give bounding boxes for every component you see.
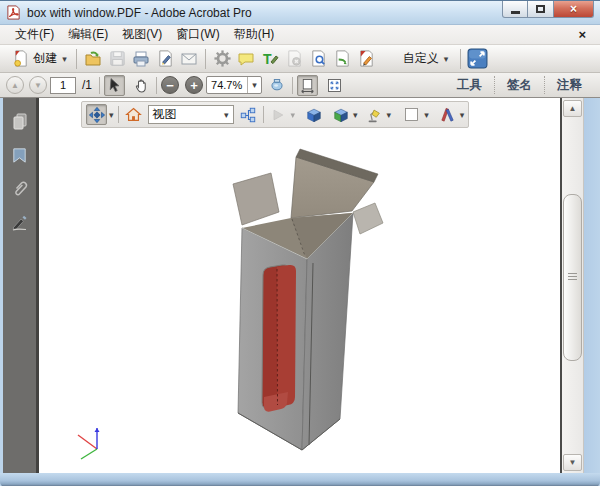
three-d-tool-button[interactable] xyxy=(267,75,288,96)
home-view-icon xyxy=(125,106,142,123)
hand-tool-icon xyxy=(133,77,150,94)
window-title: box with window.PDF - Adobe Acrobat Pro xyxy=(27,6,252,20)
zoom-in-icon: + xyxy=(190,79,198,92)
document-page[interactable]: ▾ 视图 ▾ xyxy=(39,98,560,473)
window-border-right xyxy=(584,98,600,473)
window-border-bottom xyxy=(0,473,600,486)
menubar-close-icon[interactable]: × xyxy=(572,27,592,42)
rotate-tool-button[interactable] xyxy=(86,104,107,125)
menu-edit[interactable]: 编辑(E) xyxy=(61,24,115,45)
sign-panel-button[interactable]: 签名 xyxy=(495,73,544,97)
main-area: ▾ 视图 ▾ xyxy=(0,98,600,473)
customize-label: 自定义 xyxy=(403,50,439,67)
select-tool-button[interactable] xyxy=(104,75,125,96)
page-total-label: /1 xyxy=(82,78,92,92)
acrobat-window: box with window.PDF - Adobe Acrobat Pro … xyxy=(0,0,600,486)
zoom-level-value: 74.7% xyxy=(211,79,242,91)
3d-box-model[interactable] xyxy=(39,98,558,473)
box-flap-left xyxy=(233,173,279,225)
vertical-scrollbar[interactable]: ▲ ▼ xyxy=(562,98,584,473)
export-file-button[interactable] xyxy=(330,47,354,71)
create-pdf-icon xyxy=(11,49,30,68)
three-d-tool-icon xyxy=(268,76,286,94)
next-page-button: ▼ xyxy=(29,76,47,94)
create-button[interactable]: 创建 ▾ xyxy=(6,47,72,71)
zoom-out-button[interactable]: − xyxy=(161,76,179,94)
scrollbar-grip xyxy=(568,273,577,281)
tools-panel-button[interactable]: 工具 xyxy=(445,73,494,97)
comment-panel-button[interactable]: 注释 xyxy=(545,73,594,97)
play-caret-icon: ▾ xyxy=(291,110,296,120)
render-mode-icon xyxy=(332,106,350,124)
edit-form-button[interactable] xyxy=(354,47,378,71)
settings-button[interactable] xyxy=(210,47,234,71)
fit-width-icon xyxy=(299,77,316,94)
background-caret-icon[interactable]: ▾ xyxy=(424,110,429,120)
separator xyxy=(156,77,157,94)
box-flap-right xyxy=(353,203,383,234)
model-tree-icon xyxy=(239,106,257,124)
zoom-in-button[interactable]: + xyxy=(185,76,203,94)
open-file-button[interactable] xyxy=(81,47,105,71)
bookmarks-button[interactable] xyxy=(8,142,32,168)
highlight-text-icon: T xyxy=(260,49,280,69)
maximize-button[interactable] xyxy=(528,1,554,18)
extra-lighting-button[interactable] xyxy=(364,104,385,125)
rotate-caret-icon[interactable]: ▾ xyxy=(109,110,114,120)
attachments-button[interactable] xyxy=(8,176,32,202)
model-tree-button[interactable] xyxy=(238,104,259,125)
scrollbar-thumb[interactable] xyxy=(563,194,582,361)
print-button[interactable] xyxy=(129,47,153,71)
expand-window-button[interactable] xyxy=(465,47,489,71)
comment-bubble-icon xyxy=(236,49,256,69)
views-select[interactable]: 视图 ▾ xyxy=(148,105,234,124)
fit-width-button[interactable] xyxy=(297,75,318,96)
render-mode-button[interactable] xyxy=(330,104,351,125)
navigation-sidebar xyxy=(3,98,39,473)
axis-triad xyxy=(78,428,100,459)
cross-section-caret-icon[interactable]: ▾ xyxy=(460,110,465,120)
zoom-level-select[interactable]: 74.7% ▾ xyxy=(206,76,262,94)
svg-text:T: T xyxy=(263,51,272,67)
render-mode-caret-icon[interactable]: ▾ xyxy=(353,110,358,120)
page-number-input[interactable]: 1 xyxy=(50,77,76,94)
add-comment-button[interactable] xyxy=(234,47,258,71)
projection-button[interactable] xyxy=(303,104,324,125)
edit-form-icon xyxy=(357,49,376,68)
menu-file[interactable]: 文件(F) xyxy=(8,24,61,45)
expand-window-icon xyxy=(467,48,488,69)
open-file-icon xyxy=(83,49,103,69)
sign-document-button[interactable] xyxy=(153,47,177,71)
customize-button[interactable]: 自定义 ▾ xyxy=(392,47,456,71)
minimize-button[interactable] xyxy=(502,1,528,18)
menu-help[interactable]: 帮助(H) xyxy=(227,24,282,45)
send-email-button[interactable] xyxy=(177,47,201,71)
cross-section-button[interactable] xyxy=(437,104,458,125)
lighting-caret-icon[interactable]: ▾ xyxy=(387,110,392,120)
background-color-icon xyxy=(403,106,420,123)
background-color-button[interactable] xyxy=(401,104,422,125)
home-view-button[interactable] xyxy=(123,104,144,125)
separator xyxy=(205,49,206,69)
hand-tool-button[interactable] xyxy=(131,75,152,96)
close-button[interactable]: × xyxy=(554,1,594,18)
page-search-button[interactable] xyxy=(306,47,330,71)
separator xyxy=(76,49,77,69)
scroll-up-button[interactable]: ▲ xyxy=(563,100,582,117)
scroll-down-button[interactable]: ▼ xyxy=(563,454,582,471)
scroll-up-icon: ▲ xyxy=(569,104,577,113)
save-file-icon xyxy=(108,49,127,68)
highlight-text-button[interactable]: T xyxy=(258,47,282,71)
menu-view[interactable]: 视图(V) xyxy=(115,24,169,45)
page-thumbnails-icon xyxy=(10,111,30,131)
signatures-button[interactable] xyxy=(8,210,32,236)
previous-page-button: ▲ xyxy=(6,76,24,94)
cross-section-icon xyxy=(438,105,457,124)
page-thumbnails-button[interactable] xyxy=(8,108,32,134)
delete-page-icon xyxy=(285,49,304,68)
fit-page-button[interactable] xyxy=(324,75,345,96)
close-icon: × xyxy=(570,2,577,16)
customize-caret-icon: ▾ xyxy=(444,54,449,64)
sign-document-icon xyxy=(156,49,175,68)
menu-window[interactable]: 窗口(W) xyxy=(169,24,226,45)
